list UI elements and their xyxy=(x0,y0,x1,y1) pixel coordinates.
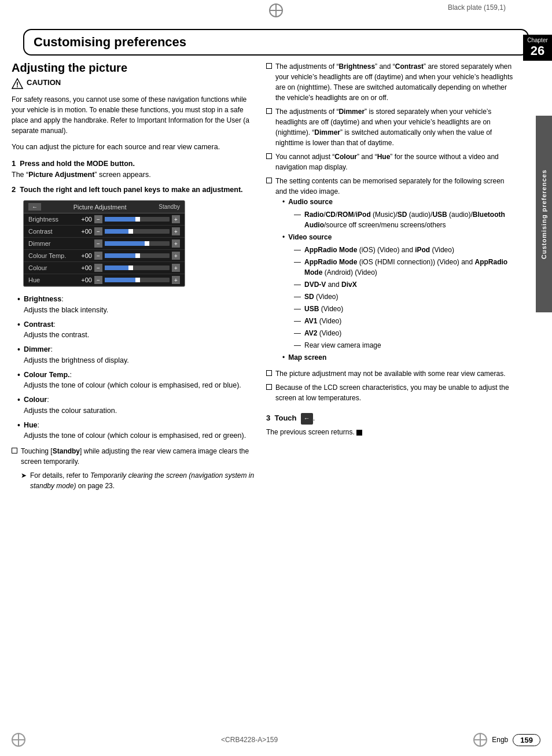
pa-minus-btn-3[interactable]: − xyxy=(94,252,102,260)
bullet-item-2: •Dimmer:Adjusts the brightness of displa… xyxy=(17,344,255,366)
pa-slider-container-0[interactable]: −+ xyxy=(94,215,180,223)
pa-plus-btn-4[interactable]: + xyxy=(172,264,180,272)
pa-plus-btn-3[interactable]: + xyxy=(172,252,180,260)
v-dash-sym-2: — xyxy=(294,257,301,278)
step-3-detail: The previous screen returns. xyxy=(266,427,517,438)
nested-bullet-dot-3: • xyxy=(282,352,285,363)
pa-slider-track-1 xyxy=(105,229,170,234)
pa-slider-thumb-4 xyxy=(128,265,133,270)
nested-map-label: Map screen xyxy=(288,352,326,363)
pa-row-0: Brightness+00−+ xyxy=(24,213,185,226)
pa-slider-container-3[interactable]: −+ xyxy=(94,252,180,260)
video-dash-3: — DVD-V and DivX xyxy=(294,279,517,290)
nested-list: • Audio source — Radio/CD/ROM/iPod (Musi… xyxy=(282,197,517,363)
video-dash-7: — AV2 (Video) xyxy=(294,328,517,338)
pa-row-label-3: Colour Temp. xyxy=(28,252,75,259)
video-dash-5-text: USB (Video) xyxy=(304,304,343,314)
pa-minus-btn-0[interactable]: − xyxy=(94,215,102,223)
pa-row-value-3: +00 xyxy=(75,252,92,259)
pa-minus-btn-4[interactable]: − xyxy=(94,264,102,272)
pa-row-value-4: +00 xyxy=(75,264,92,271)
step-2-number: 2 xyxy=(12,185,16,194)
pa-row-4: Colour+00−+ xyxy=(24,262,185,274)
caution-label: CAUTION xyxy=(27,78,61,87)
pa-row-label-1: Contrast xyxy=(28,228,75,235)
pa-minus-btn-1[interactable]: − xyxy=(94,227,102,235)
video-dash-7-text: AV2 (Video) xyxy=(304,328,341,338)
chapter-label: Chapter xyxy=(523,37,552,43)
bullet-content-4: Colour:Adjusts the colour saturation. xyxy=(24,394,117,416)
pa-slider-fill-2 xyxy=(105,241,147,246)
right-final-note-2-text: Because of the LCD screen characteristic… xyxy=(275,382,517,403)
pa-slider-fill-0 xyxy=(105,217,137,222)
back-icon[interactable]: ← xyxy=(301,413,313,425)
right-note-4-text: The setting contents can be memorised se… xyxy=(275,176,517,197)
chapter-tab: Chapter 26 xyxy=(523,35,552,61)
step-2-instruction: Touch the right and left touch panel key… xyxy=(18,186,243,194)
bullet-dot-2: • xyxy=(17,344,20,366)
right-final-note-2: Because of the LCD screen characteristic… xyxy=(266,382,517,403)
main-content: Adjusting the picture ! CAUTION For safe… xyxy=(0,56,552,493)
pa-plus-btn-5[interactable]: + xyxy=(172,276,180,284)
right-note-1-content: The adjustments of “Brightness” and “Con… xyxy=(275,61,517,103)
bottom-area: <CRB4228-A>159 Engb 159 xyxy=(0,733,552,747)
pa-slider-fill-3 xyxy=(105,253,137,258)
note-standby: Touching [Standby] while adjusting the r… xyxy=(12,446,255,467)
pa-back-button[interactable]: ← xyxy=(28,203,41,211)
right-note-3-content: You cannot adjust “Colour” and “Hue” for… xyxy=(275,152,517,172)
pa-title: Picture Adjustment xyxy=(73,204,127,211)
pa-slider-fill-1 xyxy=(105,229,131,234)
pa-header: ← Picture Adjustment Standby xyxy=(24,201,185,213)
audio-dash-list: — Radio/CD/ROM/iPod (Music)/SD (audio)/U… xyxy=(294,209,517,230)
bottom-right-crosshair xyxy=(473,733,487,747)
video-dash-4-text: SD (Video) xyxy=(304,292,338,302)
sub-note-arrow-icon: ➤ xyxy=(21,470,27,491)
video-dash-1-text: AppRadio Mode (iOS) (Video) and iPod (Vi… xyxy=(304,245,454,255)
pa-minus-btn-2[interactable]: − xyxy=(94,239,102,248)
left-column: Adjusting the picture ! CAUTION For safe… xyxy=(12,61,255,493)
pa-row-label-2: Dimmer xyxy=(28,240,75,247)
pa-slider-container-2[interactable]: −+ xyxy=(94,239,180,248)
pa-slider-container-4[interactable]: −+ xyxy=(94,264,180,272)
right-note-1-square xyxy=(266,63,272,69)
v-dash-sym-1: — xyxy=(294,245,301,255)
pa-slider-container-5[interactable]: −+ xyxy=(94,276,180,284)
video-dash-8: — Rear view camera image xyxy=(294,340,517,351)
pa-plus-btn-1[interactable]: + xyxy=(172,227,180,235)
pa-slider-thumb-5 xyxy=(135,278,140,282)
pa-plus-btn-2[interactable]: + xyxy=(172,239,180,248)
sub-note: ➤ For details, refer to Temporarily clea… xyxy=(21,470,255,491)
right-final-note-1-square xyxy=(266,370,272,376)
right-note-2-content: The adjustments of “Dimmer” is stored se… xyxy=(275,106,517,148)
video-dash-2: — AppRadio Mode (iOS (HDMI connection)) … xyxy=(294,257,517,278)
pa-slider-thumb-1 xyxy=(128,229,133,234)
bottom-right: Engb 159 xyxy=(473,733,540,747)
bullet-content-0: Brightness:Adjusts the black intensity. xyxy=(24,294,108,316)
step-1-number: 1 xyxy=(12,159,16,168)
picture-adjustment-box: ← Picture Adjustment Standby Brightness+… xyxy=(23,200,185,287)
v-dash-sym-5: — xyxy=(294,304,301,314)
bottom-center-text: <CRB4228-A>159 xyxy=(221,736,278,744)
v-dash-sym-7: — xyxy=(294,328,301,338)
bullet-item-0: •Brightness:Adjusts the black intensity. xyxy=(17,294,255,316)
pa-slider-container-1[interactable]: −+ xyxy=(94,227,180,235)
bullet-item-3: •Colour Temp.:Adjusts the tone of colour… xyxy=(17,370,255,392)
end-square-icon xyxy=(356,430,362,436)
pa-row-value-1: +00 xyxy=(75,228,92,235)
v-dash-sym-3: — xyxy=(294,279,301,290)
pa-slider-thumb-3 xyxy=(135,253,140,258)
page-title: Customising preferences xyxy=(34,35,518,50)
bullet-dot-4: • xyxy=(17,394,20,416)
right-note-2-square xyxy=(266,108,272,114)
nested-video-label: Video source xyxy=(288,232,332,242)
pa-row-value-0: +00 xyxy=(75,216,92,223)
pa-plus-btn-0[interactable]: + xyxy=(172,215,180,223)
pa-standby[interactable]: Standby xyxy=(159,204,180,210)
pa-row-2: Dimmer−+ xyxy=(24,238,185,250)
pa-minus-btn-5[interactable]: − xyxy=(94,276,102,284)
chapter-number: 26 xyxy=(523,43,552,58)
bullet-item-1: •Contrast:Adjusts the contrast. xyxy=(17,319,255,341)
video-dash-6-text: AV1 (Video) xyxy=(304,316,341,326)
sidebar-vertical-label: Customising preferences xyxy=(536,116,552,312)
caution-text: For safety reasons, you cannot use some … xyxy=(12,94,255,136)
